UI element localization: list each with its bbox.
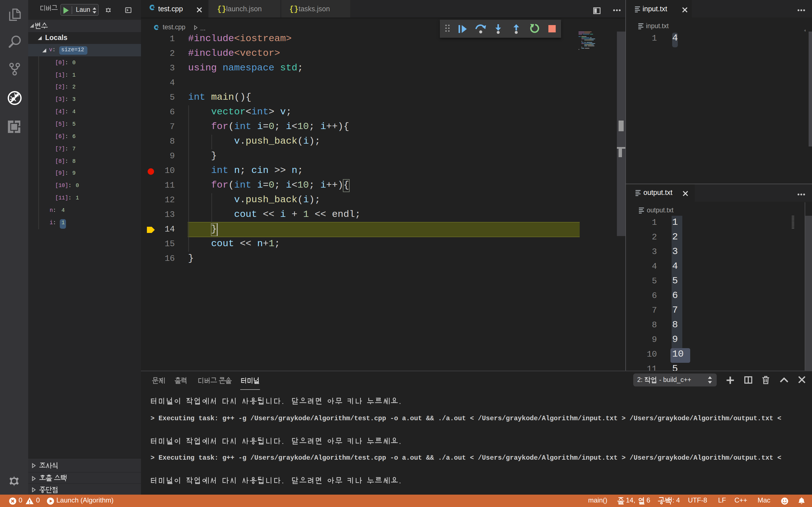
svg-text:{}: {}: [289, 5, 298, 13]
svg-text:{}: {}: [217, 5, 226, 13]
